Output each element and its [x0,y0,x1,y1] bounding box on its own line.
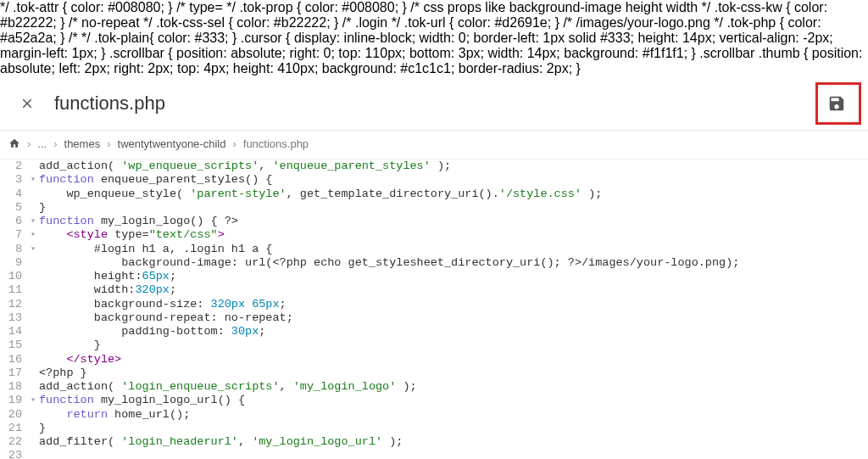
code-token: add_filter( [39,435,121,448]
line-number: 21 [0,422,22,435]
code-line[interactable]: } [39,339,868,352]
fold-spacer [27,298,39,311]
code-line[interactable]: padding-bottom: 30px; [39,325,868,339]
close-button[interactable] [7,83,47,124]
code-token: } [39,339,101,351]
line-number: 4 [0,188,22,201]
code-line[interactable]: } [39,201,868,215]
code-token: ?> [568,256,581,269]
code-line[interactable]: function my_login_logo() { ?> [39,215,868,228]
line-number: 22 [0,435,22,449]
code-line[interactable]: #login h1 a, .login h1 a { [39,243,868,256]
code-token: ); [431,160,451,172]
fold-spacer [27,201,39,215]
code-token: width [94,283,129,296]
code-token: 'login_headerurl' [121,435,238,448]
fold-spacer [27,367,39,380]
fold-marker[interactable]: ▾ [27,173,39,187]
fold-spacer [27,380,39,394]
code-token: 30px [231,325,259,338]
code-token: add_action( [39,160,121,172]
code-token: ; [287,311,293,324]
code-token: get_stylesheet_directory_uri(); [341,256,567,269]
code-token: ); [382,435,403,448]
code-token: <style [66,228,114,241]
code-line[interactable]: add_action( 'login_enqueue_scripts', 'my… [39,380,868,394]
breadcrumb-item-child[interactable]: twentytwentyone-child [118,137,226,150]
code-token: h1 a { [225,243,273,255]
fold-marker[interactable]: ▾ [27,394,39,407]
code-line[interactable]: return home_url(); [39,408,868,422]
code-token: , [280,380,293,393]
code-token [39,325,121,338]
code-token: function [39,394,94,406]
fold-gutter[interactable]: ▾▾▾▾▾▾ [27,160,39,459]
code-token: ); [726,256,739,269]
code-line[interactable]: <style type="text/css"> [39,228,868,242]
code-token: </style> [66,353,121,366]
line-number: 18 [0,380,22,394]
code-line[interactable]: </style> [39,353,868,367]
breadcrumb-item-themes[interactable]: themes [64,137,101,150]
fold-spacer [27,160,39,173]
code-token: <?php echo [272,256,341,269]
breadcrumb-home[interactable] [8,137,20,150]
save-button-highlight [815,82,861,125]
code-token [39,353,66,366]
line-number: 8 [0,243,22,256]
line-number: 20 [0,408,22,422]
code-token: <?php [39,367,74,379]
fold-marker[interactable]: ▾ [27,215,39,228]
fold-marker[interactable]: ▾ [27,243,39,256]
code-line[interactable]: <?php } [39,367,868,380]
code-token: : [218,325,231,338]
code-line[interactable]: add_filter( 'login_headerurl', 'my_login… [39,435,868,449]
code-token: = [142,228,149,241]
line-number: 2 [0,160,22,173]
code-line[interactable] [39,449,868,459]
fold-spacer [27,353,39,367]
code-token: 65px [252,298,279,311]
code-token: ?> [225,215,238,227]
code-token: background-repeat [94,311,211,324]
code-line[interactable]: add_action( 'wp_enqueue_scripts', 'enque… [39,160,868,173]
code-line[interactable]: function enqueue_parent_styles() { [39,173,868,187]
code-token: 'my_login_logo' [293,380,397,393]
code-token: : url( [231,256,273,269]
breadcrumbs: › ... › themes › twentytwentyone-child ›… [0,131,868,159]
code-token: "text/css" [149,228,218,241]
fold-spacer [27,311,39,325]
code-token: return [66,408,108,421]
code-token: background-image [121,256,231,269]
code-line[interactable]: background-image: url(<?php echo get_sty… [39,256,868,270]
line-number: 12 [0,298,22,311]
close-icon [19,96,35,111]
code-token: 65px [142,270,170,283]
code-token: 'enqueue_parent_styles' [272,160,430,172]
code-token: '/style.css' [499,188,581,200]
code-token [39,256,121,269]
code-line[interactable]: height:65px; [39,270,868,283]
breadcrumb-sep: › [107,137,110,150]
code-editor[interactable]: 2345678910111213141516171819202122232425… [0,159,868,459]
code-line[interactable]: function my_login_logo_url() { [39,394,868,407]
code-line[interactable]: wp_enqueue_style( 'parent-style', get_te… [39,188,868,201]
code-token [39,270,94,283]
fold-marker[interactable]: ▾ [27,228,39,242]
code-area[interactable]: add_action( 'wp_enqueue_scripts', 'enque… [39,160,868,459]
breadcrumb-ellipsis[interactable]: ... [37,137,47,150]
code-token: height [94,270,136,283]
code-line[interactable]: width:320px; [39,283,868,297]
line-number-gutter: 2345678910111213141516171819202122232425… [0,160,27,459]
code-line[interactable]: background-size: 320px 65px; [39,298,868,311]
breadcrumb-sep: › [27,137,31,150]
code-token: : [211,311,225,324]
save-button[interactable] [820,87,854,120]
line-number: 19 [0,394,22,407]
code-line[interactable]: } [39,422,868,435]
code-line[interactable]: background-repeat: no-repeat; [39,311,868,325]
code-token: : [197,298,210,311]
breadcrumb-item-current: functions.php [243,137,309,150]
code-token: wp_enqueue_style( [39,188,190,200]
code-token: ; [170,283,176,296]
